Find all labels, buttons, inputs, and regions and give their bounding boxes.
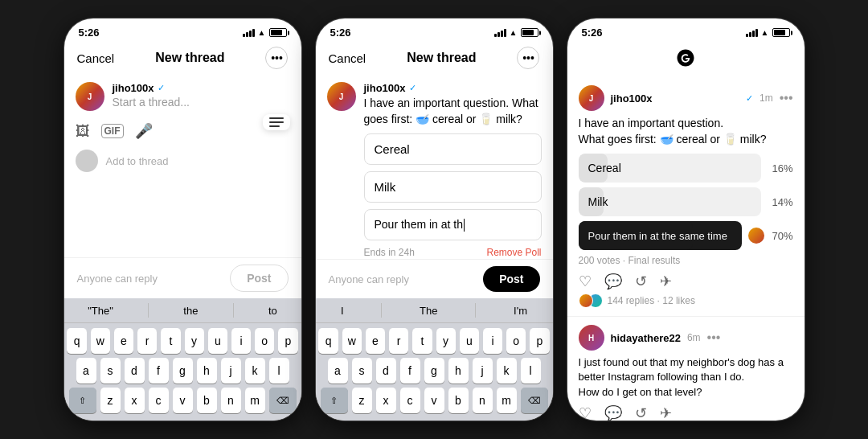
comment-icon-comment[interactable]: 💬 bbox=[604, 404, 622, 421]
audience-text-2: Anyone can reply bbox=[329, 273, 409, 285]
more-button-1[interactable]: ••• bbox=[265, 47, 288, 69]
key-s[interactable]: s bbox=[100, 358, 121, 384]
nav-bar-1: Cancel New thread ••• bbox=[64, 42, 301, 76]
heart-icon-comment[interactable]: ♡ bbox=[579, 404, 592, 421]
avatar-1: J bbox=[76, 82, 104, 111]
comment-username: hidayathere22 bbox=[611, 332, 681, 344]
poll-bar-winner: Pour them in at the same time bbox=[579, 221, 742, 250]
add-thread-text[interactable]: Add to thread bbox=[106, 155, 169, 167]
feed-time: 1m bbox=[760, 92, 773, 104]
action-row-comment: ♡ 💬 ↺ ✈ bbox=[579, 404, 793, 421]
key-d[interactable]: d bbox=[125, 358, 145, 384]
key-c[interactable]: c bbox=[149, 388, 169, 413]
more-button-2[interactable]: ••• bbox=[517, 47, 539, 69]
more-icon-1: ••• bbox=[271, 51, 283, 64]
feed-more-button[interactable]: ••• bbox=[780, 91, 793, 105]
time-1: 5:26 bbox=[79, 27, 100, 39]
poll-pct-milk: 14% bbox=[768, 196, 793, 208]
key-p[interactable]: p bbox=[278, 328, 297, 354]
editor-toolbar-1: 🖼 GIF 🎤 bbox=[76, 117, 290, 145]
key-g[interactable]: g bbox=[173, 358, 193, 384]
suggestion-2-2[interactable]: I'm bbox=[514, 305, 527, 317]
thread-content-1: J jiho100x ✓ Start a thread... 🖼 GIF 🎤 bbox=[64, 76, 301, 257]
poll-footer: Ends in 24h Remove Poll bbox=[364, 247, 542, 258]
key-row-1-0: q w e r t y u i o p bbox=[68, 328, 298, 354]
key-n[interactable]: n bbox=[221, 388, 241, 413]
reply-count: 144 replies · 12 likes bbox=[608, 295, 695, 306]
comment-text: I just found out that my neighbor's dog … bbox=[579, 355, 793, 400]
feed-verified: ✓ bbox=[746, 93, 753, 104]
key-e[interactable]: e bbox=[114, 328, 133, 354]
key-j[interactable]: j bbox=[221, 358, 241, 384]
key-m[interactable]: m bbox=[245, 388, 265, 413]
key-k[interactable]: k bbox=[245, 358, 265, 384]
key-u[interactable]: u bbox=[208, 328, 227, 354]
key-row-1-1: a s d f g h j k l bbox=[68, 358, 298, 384]
verified-badge-1: ✓ bbox=[158, 83, 165, 93]
poll-option-milk[interactable]: Milk bbox=[364, 171, 542, 203]
key-x[interactable]: x bbox=[125, 388, 145, 413]
suggestion-2-0[interactable]: I bbox=[341, 305, 344, 317]
key-delete[interactable]: ⌫ bbox=[269, 388, 297, 413]
suggestion-1-1[interactable]: the bbox=[183, 305, 198, 317]
poll-option-cereal[interactable]: Cereal bbox=[364, 133, 542, 165]
repost-icon-main[interactable]: ↺ bbox=[635, 273, 647, 290]
status-icons-1: ▲ bbox=[243, 28, 287, 37]
poll-bar-cereal: Cereal bbox=[579, 154, 761, 183]
share-icon-main[interactable]: ✈ bbox=[660, 273, 672, 290]
thread-content-2: J jiho100x ✓ I have an important questio… bbox=[316, 76, 553, 259]
post-button-1[interactable]: Post bbox=[230, 265, 288, 292]
suggestion-1-0[interactable]: "The" bbox=[88, 305, 113, 317]
username-1: jiho100x bbox=[113, 82, 154, 94]
menu-icon[interactable] bbox=[263, 114, 290, 130]
battery-icon bbox=[269, 28, 287, 37]
share-icon-comment[interactable]: ✈ bbox=[660, 404, 672, 421]
add-thread-row: Add to thread bbox=[76, 145, 290, 177]
comment-more-button[interactable]: ••• bbox=[707, 330, 721, 345]
image-icon[interactable]: 🖼 bbox=[76, 123, 90, 140]
mic-icon[interactable]: 🎤 bbox=[135, 122, 153, 140]
key-h[interactable]: h bbox=[197, 358, 217, 384]
key-w[interactable]: w bbox=[91, 328, 110, 354]
key-z[interactable]: z bbox=[100, 388, 121, 413]
suggestion-1-2[interactable]: to bbox=[268, 305, 277, 317]
username-row-2: jiho100x ✓ bbox=[364, 82, 542, 94]
repost-icon-comment[interactable]: ↺ bbox=[635, 404, 647, 421]
comment-avatar: H bbox=[579, 325, 604, 351]
heart-icon-main[interactable]: ♡ bbox=[579, 273, 592, 290]
threads-logo-icon bbox=[673, 45, 698, 71]
key-i[interactable]: i bbox=[231, 328, 251, 354]
feed-avatar: J bbox=[579, 85, 604, 111]
status-icons-2: ▲ bbox=[494, 28, 538, 37]
key-r[interactable]: r bbox=[137, 328, 157, 354]
comment-icon-main[interactable]: 💬 bbox=[604, 273, 622, 290]
feed-content: J jiho100x ✓ 1m ••• I have an important … bbox=[567, 77, 805, 421]
key-shift[interactable]: ⇧ bbox=[69, 388, 96, 413]
avatar-sm-1 bbox=[76, 150, 98, 172]
thread-placeholder-1[interactable]: Start a thread... bbox=[113, 96, 290, 109]
battery-icon-2 bbox=[521, 28, 538, 37]
key-a[interactable]: a bbox=[76, 358, 96, 384]
remove-poll-button[interactable]: Remove Poll bbox=[486, 247, 541, 258]
phone-2: 5:26 ▲ Cancel New thread ••• J jiho100x … bbox=[316, 18, 553, 421]
suggestion-2-1[interactable]: The bbox=[420, 305, 437, 317]
gif-icon[interactable]: GIF bbox=[101, 124, 124, 138]
status-icons-3: ▲ bbox=[746, 28, 790, 37]
key-o[interactable]: o bbox=[255, 328, 274, 354]
key-f[interactable]: f bbox=[149, 358, 169, 384]
poll-pct-cereal: 16% bbox=[768, 162, 793, 174]
key-l[interactable]: l bbox=[269, 358, 289, 384]
key-t[interactable]: t bbox=[161, 328, 180, 354]
footer-bar-1: Anyone can reply Post bbox=[64, 257, 301, 298]
cancel-button-1[interactable]: Cancel bbox=[77, 51, 115, 65]
cancel-button-2[interactable]: Cancel bbox=[329, 51, 366, 65]
key-v[interactable]: v bbox=[173, 388, 193, 413]
poll-input-third[interactable]: Pour them in at th bbox=[364, 209, 542, 240]
key-b[interactable]: b bbox=[197, 388, 217, 413]
user-info-2: jiho100x ✓ I have an important question.… bbox=[364, 82, 542, 127]
key-y[interactable]: y bbox=[185, 328, 204, 354]
more-icon-2: ••• bbox=[522, 51, 534, 64]
post-button-2[interactable]: Post bbox=[483, 266, 539, 292]
user-row-2: J jiho100x ✓ I have an important questio… bbox=[327, 82, 542, 127]
key-q[interactable]: q bbox=[67, 328, 86, 354]
